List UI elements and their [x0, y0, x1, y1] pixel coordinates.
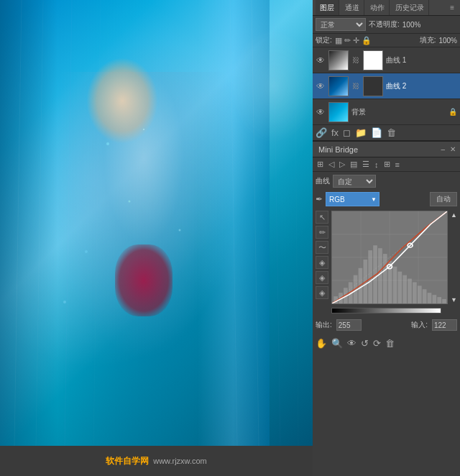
mb-icon-8[interactable]: ≡: [394, 160, 401, 170]
curves-tool-pen[interactable]: ✏: [316, 226, 328, 239]
mb-icon-4[interactable]: ▤: [349, 159, 359, 170]
curves-tools-col: ↖ ✏ 〜 ◈ ◈ ◈: [316, 211, 328, 304]
curves-preset-select[interactable]: 自定: [333, 175, 376, 188]
tab-actions[interactable]: 动作: [366, 0, 390, 15]
mb-icon-1[interactable]: ⊞: [316, 159, 325, 170]
action-hand-icon[interactable]: ✋: [316, 338, 327, 349]
curves-label-row: 曲线 自定: [316, 175, 457, 188]
layer-item-curves1[interactable]: 👁 ⛓ 曲线 1: [313, 47, 460, 73]
action-history-icon[interactable]: ⟳: [373, 338, 381, 349]
new-layer-icon[interactable]: 📄: [371, 127, 382, 138]
action-reset-icon[interactable]: ↺: [361, 338, 369, 349]
mb-icon-7[interactable]: ⊞: [382, 159, 392, 170]
mini-bridge-controls: – ✕: [439, 145, 457, 153]
layer-chain-curves1: ⛓: [352, 56, 359, 64]
lock-transparency-icon[interactable]: ▦: [335, 36, 342, 45]
input-label: 输入:: [411, 320, 428, 330]
blend-mode-select[interactable]: 正常: [316, 18, 366, 31]
curves-tool-smooth[interactable]: 〜: [316, 241, 328, 254]
sparkles: [0, 0, 313, 446]
link-layers-icon[interactable]: 🔗: [316, 127, 327, 138]
blend-row: 正常 不透明度: 100%: [313, 16, 460, 34]
eyedropper-icon[interactable]: ✒: [316, 194, 323, 204]
layer-chain-curves2: ⛓: [352, 82, 359, 90]
layer-eye-bg[interactable]: 👁: [316, 107, 326, 117]
lock-move-icon[interactable]: ✛: [353, 36, 359, 45]
mini-bridge-title: Mini Bridge: [316, 145, 439, 154]
curves-tool-eyedrop1[interactable]: ◈: [316, 256, 328, 269]
mini-bridge-collapse-btn[interactable]: –: [439, 145, 446, 153]
layers-bottom-bar: 🔗 fx ◻ 📁 📄 🗑: [313, 125, 460, 141]
curves-tool-eyedrop3[interactable]: ◈: [316, 286, 328, 299]
new-group-icon[interactable]: 📁: [355, 127, 367, 138]
tabs-row: 图层 通道 动作 历史记录 ≡: [313, 0, 460, 16]
action-zoom-icon[interactable]: 🔍: [331, 338, 343, 349]
lock-label: 锁定:: [316, 35, 332, 45]
lock-all-icon[interactable]: 🔒: [362, 36, 372, 45]
layer-eye-curves2[interactable]: 👁: [316, 81, 326, 91]
tab-layers[interactable]: 图层: [316, 0, 339, 15]
layer-name-curves1: 曲线 1: [386, 55, 457, 65]
layer-item-curves2[interactable]: 👁 ⛓ 曲线 2: [313, 73, 460, 99]
mb-icon-6[interactable]: ↕: [373, 160, 380, 170]
output-field[interactable]: [336, 319, 362, 331]
channel-select-wrap: RGB ▼: [326, 192, 380, 206]
svg-point-14: [230, 29, 313, 144]
layer-thumb-bg: [328, 102, 349, 122]
svg-rect-42: [428, 293, 432, 303]
logo-text: 软件自学网: [106, 455, 149, 467]
output-label: 输出:: [316, 320, 332, 330]
delete-layer-icon[interactable]: 🗑: [387, 127, 396, 138]
mini-bridge-panel: Mini Bridge – ✕ ⊞ ◁ ▷ ▤ ☰ ↕ ⊞ ≡ 曲线 自定: [313, 142, 460, 476]
svg-rect-41: [423, 289, 427, 303]
panel-close-btn[interactable]: ≡: [447, 4, 457, 12]
input-field[interactable]: [432, 319, 457, 331]
lock-row: 锁定: ▦ ✏ ✛ 🔒 填充: 100%: [313, 34, 460, 47]
svg-rect-40: [418, 285, 422, 303]
lock-icons: ▦ ✏ ✛ 🔒: [335, 36, 372, 45]
layer-mask-curves2: [363, 76, 383, 96]
layer-item-bg[interactable]: 👁 背景 🔒: [313, 99, 460, 125]
layer-name-curves2: 曲线 2: [386, 81, 457, 91]
mb-icon-2[interactable]: ◁: [327, 159, 336, 170]
curves-tool-eyedrop2[interactable]: ◈: [316, 271, 328, 284]
channel-select[interactable]: RGB: [326, 192, 380, 206]
mb-icon-5[interactable]: ☰: [361, 159, 371, 170]
svg-rect-36: [397, 272, 402, 303]
svg-rect-45: [442, 299, 446, 303]
tab-history[interactable]: 历史记录: [391, 0, 429, 15]
logo-url: www.rjzxw.com: [153, 457, 207, 465]
svg-rect-37: [402, 275, 407, 303]
curves-y-axis: ▲ ▼: [451, 211, 457, 304]
mb-icon-3[interactable]: ▷: [338, 159, 346, 170]
svg-rect-44: [437, 297, 441, 303]
svg-point-9: [129, 201, 131, 203]
mini-bridge-close-btn[interactable]: ✕: [448, 145, 457, 153]
curves-tool-pointer[interactable]: ↖: [316, 211, 328, 224]
svg-point-10: [85, 250, 88, 253]
right-panel: 图层 通道 动作 历史记录 ≡ 正常 不透明度: 100% 锁定: ▦ ✏ ✛ …: [313, 0, 460, 476]
opacity-label: 不透明度:: [369, 19, 400, 29]
lock-paint-icon[interactable]: ✏: [344, 36, 351, 45]
layer-lock-bg-icon: 🔒: [448, 108, 457, 116]
fx-icon[interactable]: fx: [331, 127, 339, 138]
tab-channels[interactable]: 通道: [341, 0, 364, 15]
svg-rect-39: [413, 282, 417, 303]
auto-button[interactable]: 自动: [430, 192, 457, 206]
curves-actions: ✋ 🔍 👁 ↺ ⟳ 🗑: [316, 335, 457, 352]
fill-value: 100%: [438, 37, 457, 45]
curves-graph[interactable]: [331, 211, 448, 304]
svg-point-8: [106, 142, 109, 145]
opacity-value: 100%: [402, 21, 421, 29]
action-delete-icon[interactable]: 🗑: [385, 338, 395, 349]
add-mask-icon[interactable]: ◻: [343, 127, 351, 138]
curves-svg: [332, 211, 447, 303]
curves-panel: 曲线 自定 ✒ RGB ▼ 自动 ↖ ✏: [313, 172, 460, 476]
action-visibility-icon[interactable]: 👁: [347, 338, 356, 349]
layer-name-bg: 背景: [351, 107, 446, 117]
channel-row: ✒ RGB ▼ 自动: [316, 191, 457, 208]
layers-panel: 图层 通道 动作 历史记录 ≡ 正常 不透明度: 100% 锁定: ▦ ✏ ✛ …: [313, 0, 460, 142]
y-min: ▼: [451, 296, 457, 303]
layer-eye-curves1[interactable]: 👁: [316, 55, 326, 65]
svg-point-13: [63, 301, 66, 303]
